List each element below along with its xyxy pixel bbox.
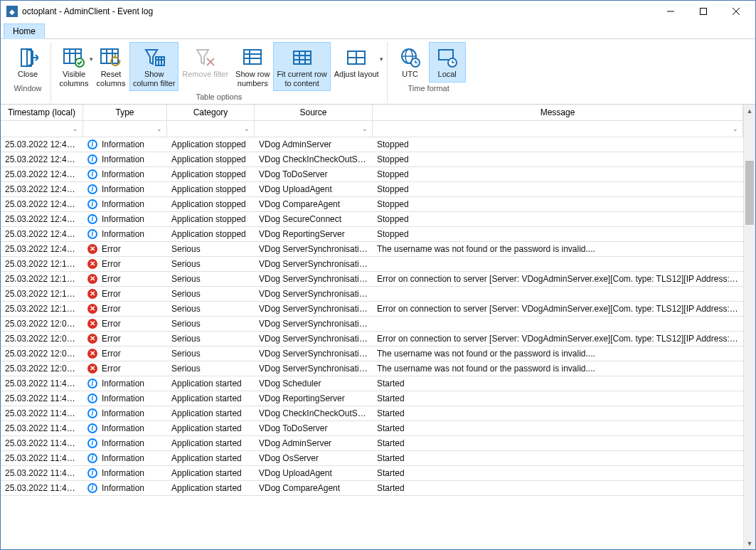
table-row[interactable]: 25.03.2022 11:45:33iInformationApplicati… xyxy=(1,376,743,391)
table-row[interactable]: 25.03.2022 11:45:32iInformationApplicati… xyxy=(1,391,743,406)
cell-type: ✕Error xyxy=(83,287,167,301)
cell-type: iInformation xyxy=(83,137,167,152)
filter-remove-icon xyxy=(194,46,217,70)
table-row[interactable]: 25.03.2022 12:47:08iInformationApplicati… xyxy=(1,182,743,197)
type-label: Information xyxy=(102,483,144,493)
cell-source: VDog ToDoServer xyxy=(255,421,373,435)
maximize-button[interactable] xyxy=(687,1,720,22)
table-row[interactable]: 25.03.2022 12:47:08iInformationApplicati… xyxy=(1,212,743,227)
scroll-track[interactable] xyxy=(744,117,755,537)
error-icon: ✕ xyxy=(87,334,97,344)
cell-category: Application started xyxy=(167,406,255,421)
cell-source: VDog CompareAgent xyxy=(255,197,373,211)
cell-source: VDog ServerSynchronisation xyxy=(255,287,373,301)
visible-columns-button[interactable]: ▾ Visible columns xyxy=(55,42,92,91)
col-header-category[interactable]: Category xyxy=(167,105,255,120)
table-row[interactable]: 25.03.2022 12:07:04✕ErrorSeriousVDog Ser… xyxy=(1,361,743,376)
cell-type: ✕Error xyxy=(83,347,167,361)
table-row[interactable]: 25.03.2022 12:47:08iInformationApplicati… xyxy=(1,152,743,167)
cell-category: Application stopped xyxy=(167,227,255,241)
minimize-button[interactable] xyxy=(654,1,687,22)
table-row[interactable]: 25.03.2022 12:47:08iInformationApplicati… xyxy=(1,197,743,212)
cell-timestamp: 25.03.2022 11:45:32 xyxy=(1,391,83,406)
info-icon: i xyxy=(87,169,97,179)
cell-source: VDog ServerSynchronisation xyxy=(255,242,373,256)
col-header-source[interactable]: Source xyxy=(255,105,373,120)
reset-columns-button[interactable]: Reset columns xyxy=(92,42,129,91)
vertical-scrollbar[interactable]: ▲ ▼ xyxy=(743,105,755,549)
table-row[interactable]: 25.03.2022 11:45:31iInformationApplicati… xyxy=(1,421,743,436)
table-row[interactable]: 25.03.2022 12:12:19✕ErrorSeriousVDog Ser… xyxy=(1,272,743,287)
type-label: Information xyxy=(102,139,144,149)
table-row[interactable]: 25.03.2022 11:45:30iInformationApplicati… xyxy=(1,466,743,481)
table-row[interactable]: 25.03.2022 12:47:08iInformationApplicati… xyxy=(1,227,743,242)
cell-timestamp: 25.03.2022 12:12:19 xyxy=(1,257,83,271)
table-row[interactable]: 25.03.2022 12:11:11✕ErrorSeriousVDog Ser… xyxy=(1,287,743,302)
cell-timestamp: 25.03.2022 12:47:08 xyxy=(1,212,83,226)
show-row-numbers-button[interactable]: Show row numbers xyxy=(232,42,273,91)
remove-filter-button: Remove filter xyxy=(179,42,232,83)
scroll-down-arrow[interactable]: ▼ xyxy=(744,537,755,549)
cell-type: iInformation xyxy=(83,167,167,181)
col-header-type[interactable]: Type xyxy=(83,105,167,120)
cell-category: Application started xyxy=(167,376,255,391)
info-icon: i xyxy=(87,453,97,463)
cell-type: ✕Error xyxy=(83,302,167,316)
chevron-down-icon: ⌄ xyxy=(156,125,166,132)
error-icon: ✕ xyxy=(87,319,97,329)
error-icon: ✕ xyxy=(87,304,97,314)
table-row[interactable]: 25.03.2022 11:45:30iInformationApplicati… xyxy=(1,481,743,496)
utc-button[interactable]: UTC xyxy=(392,42,429,83)
info-icon: i xyxy=(87,468,97,478)
type-label: Information xyxy=(102,154,144,164)
type-label: Error xyxy=(102,349,121,359)
cell-category: Serious xyxy=(167,317,255,331)
table-row[interactable]: 25.03.2022 12:12:19✕ErrorSeriousVDog Ser… xyxy=(1,257,743,272)
close-window-button[interactable] xyxy=(720,1,752,22)
cell-category: Serious xyxy=(167,361,255,376)
table-row[interactable]: 25.03.2022 12:11:11✕ErrorSeriousVDog Ser… xyxy=(1,302,743,317)
close-button[interactable]: Close xyxy=(9,42,46,83)
scroll-thumb[interactable] xyxy=(745,161,754,225)
cell-source: VDog CheckInCheckOutServer xyxy=(255,406,373,421)
col-header-timestamp[interactable]: Timestamp (local) xyxy=(1,105,83,120)
row-numbers-icon xyxy=(241,46,264,70)
filter-source[interactable]: ⌄ xyxy=(255,121,373,137)
filter-message[interactable]: ⌄ xyxy=(373,121,743,137)
col-header-message[interactable]: Message xyxy=(373,105,743,120)
show-column-filter-label: Show column filter xyxy=(133,70,175,88)
cell-timestamp: 25.03.2022 11:45:31 xyxy=(1,436,83,450)
cell-message: Stopped xyxy=(373,197,743,211)
type-label: Information xyxy=(102,229,144,239)
scroll-up-arrow[interactable]: ▲ xyxy=(744,105,755,117)
filter-type[interactable]: ⌄ xyxy=(83,121,167,137)
table-row[interactable]: 25.03.2022 12:08:49✕ErrorSeriousVDog Ser… xyxy=(1,317,743,332)
fit-current-row-button[interactable]: Fit current row to content xyxy=(273,42,330,91)
cell-type: iInformation xyxy=(83,212,167,226)
filter-category[interactable]: ⌄ xyxy=(167,121,255,137)
table-row[interactable]: 25.03.2022 11:45:32iInformationApplicati… xyxy=(1,406,743,421)
table-row[interactable]: 25.03.2022 11:45:31iInformationApplicati… xyxy=(1,436,743,451)
type-label: Information xyxy=(102,199,144,209)
adjust-layout-button[interactable]: ▾ Adjust layout xyxy=(331,42,383,83)
table-row[interactable]: 25.03.2022 11:45:30iInformationApplicati… xyxy=(1,451,743,466)
group-label-window: Window xyxy=(14,84,41,94)
type-label: Information xyxy=(102,408,144,418)
cell-message: Stopped xyxy=(373,212,743,226)
table-header: Timestamp (local) Type Category Source M… xyxy=(1,105,743,121)
type-label: Information xyxy=(102,453,144,463)
local-button[interactable]: Local xyxy=(429,42,466,83)
table-row[interactable]: 25.03.2022 12:46:40✕ErrorSeriousVDog Ser… xyxy=(1,242,743,257)
tab-home[interactable]: Home xyxy=(4,23,45,39)
table-row[interactable]: 25.03.2022 12:07:59✕ErrorSeriousVDog Ser… xyxy=(1,347,743,361)
cell-source: VDog OsServer xyxy=(255,451,373,465)
table-row[interactable]: 25.03.2022 12:47:08iInformationApplicati… xyxy=(1,167,743,182)
table-row[interactable]: 25.03.2022 12:08:49✕ErrorSeriousVDog Ser… xyxy=(1,332,743,347)
cell-message: Started xyxy=(373,481,743,495)
cell-category: Application started xyxy=(167,481,255,495)
table-row[interactable]: 25.03.2022 12:47:08iInformationApplicati… xyxy=(1,137,743,152)
cell-timestamp: 25.03.2022 11:45:32 xyxy=(1,406,83,421)
cell-category: Application stopped xyxy=(167,197,255,211)
filter-timestamp[interactable]: ⌄ xyxy=(1,121,83,137)
show-column-filter-button[interactable]: Show column filter xyxy=(129,42,179,91)
